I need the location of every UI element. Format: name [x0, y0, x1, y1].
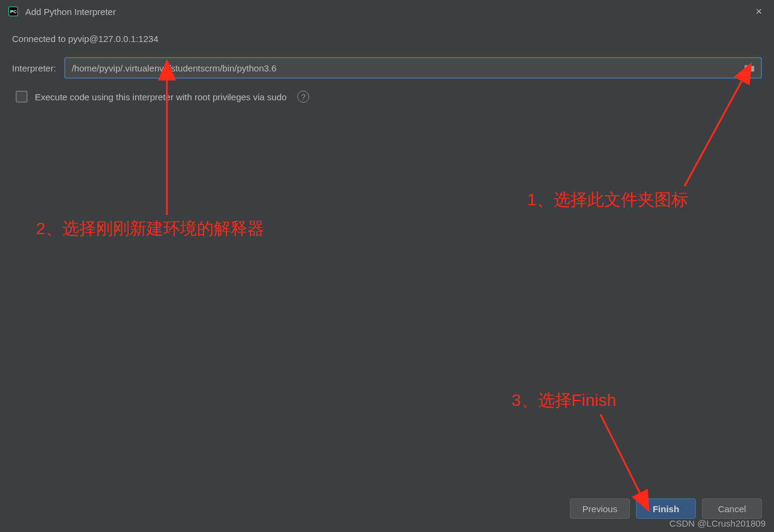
titlebar: PC Add Python Interpreter ×: [0, 0, 774, 23]
sudo-checkbox[interactable]: [16, 91, 28, 103]
interpreter-label: Interpreter:: [12, 63, 56, 73]
svg-text:PC: PC: [10, 9, 17, 14]
button-bar: Previous Finish Cancel: [570, 498, 762, 519]
interpreter-row: Interpreter:: [12, 57, 762, 79]
dialog-title: Add Python Interpreter: [25, 7, 116, 17]
help-icon[interactable]: ?: [297, 91, 309, 103]
close-button[interactable]: ×: [751, 3, 767, 20]
connection-status: Connected to pyvip@127.0.0.1:1234: [12, 34, 762, 44]
interpreter-input[interactable]: [71, 63, 744, 73]
pycharm-icon: PC: [7, 5, 19, 17]
annotation-3: 3、选择Finish: [512, 389, 616, 412]
watermark: CSDN @LCrush201809: [670, 518, 766, 528]
sudo-checkbox-label: Execute code using this interpreter with…: [35, 92, 286, 102]
browse-folder-icon[interactable]: [744, 63, 755, 73]
sudo-checkbox-row: Execute code using this interpreter with…: [16, 91, 762, 103]
annotation-1: 1、选择此文件夹图标: [527, 189, 688, 211]
dialog-content: Connected to pyvip@127.0.0.1:1234 Interp…: [0, 23, 774, 113]
cancel-button[interactable]: Cancel: [702, 498, 762, 519]
previous-button[interactable]: Previous: [570, 498, 630, 519]
interpreter-input-wrap[interactable]: [64, 57, 762, 79]
svg-line-5: [600, 414, 641, 496]
annotation-2: 2、选择刚刚新建环境的解释器: [36, 217, 264, 240]
finish-button[interactable]: Finish: [636, 498, 696, 519]
